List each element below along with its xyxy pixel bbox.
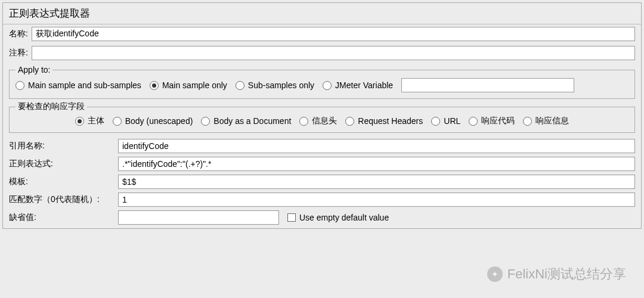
watermark: ✦ FelixNi测试总结分享 [487,265,626,283]
radio-icon [323,81,332,90]
default-row: Use empty default value [118,210,635,225]
use-empty-checkbox[interactable]: Use empty default value [287,213,389,222]
regex-extractor-panel: 正则表达式提取器 名称: 注释: Apply to: Main sample a… [2,2,642,229]
radio-icon [523,117,532,126]
apply-to-options: Main sample and sub-samples Main sample … [16,78,628,92]
radio-main-and-sub[interactable]: Main sample and sub-samples [16,80,141,90]
ref-name-label: 引用名称: [9,141,113,151]
radio-icon [16,81,24,90]
default-label: 缺省值: [9,212,113,223]
radio-icon [75,117,84,126]
radio-label: 响应代码 [481,116,515,126]
ref-name-input[interactable] [118,139,635,153]
name-row: 名称: [3,24,641,44]
wechat-icon: ✦ [487,266,503,282]
name-label: 名称: [9,29,28,39]
template-label: 模板: [9,176,113,187]
apply-to-legend: Apply to: [16,65,52,74]
name-input[interactable] [32,27,635,41]
radio-label: Sub-samples only [248,80,314,90]
radio-body-unescaped[interactable]: Body (unescaped) [113,116,193,126]
radio-label: Body (unescaped) [125,116,193,126]
radio-icon [431,117,440,126]
panel-title: 正则表达式提取器 [3,3,641,24]
radio-icon [345,117,354,126]
radio-response-message[interactable]: 响应信息 [523,116,569,126]
radio-jmeter-variable[interactable]: JMeter Variable [323,80,393,90]
params-grid: 引用名称: 正则表达式: 模板: 匹配数字（0代表随机）: 缺省值: Use e… [3,135,641,228]
radio-icon [201,117,210,126]
radio-url[interactable]: URL [431,116,460,126]
regex-label: 正则表达式: [9,159,113,169]
radio-label: URL [444,116,460,126]
radio-main-only[interactable]: Main sample only [150,80,227,90]
radio-label: 信息头 [312,116,337,126]
radio-icon [469,117,478,126]
template-input[interactable] [118,175,635,189]
comment-row: 注释: [3,44,641,63]
regex-input[interactable] [118,157,635,171]
radio-response-code[interactable]: 响应代码 [469,116,515,126]
jmeter-variable-input[interactable] [401,78,574,92]
radio-icon [113,117,122,126]
comment-input[interactable] [32,46,635,60]
watermark-text: FelixNi测试总结分享 [507,265,626,283]
radio-label: Request Headers [358,116,423,126]
checkbox-icon [287,213,296,222]
radio-sub-only[interactable]: Sub-samples only [236,80,314,90]
match-no-input[interactable] [118,193,635,207]
field-to-check-fieldset: 要检查的响应字段 主体 Body (unescaped) Body as a D… [9,101,635,133]
apply-to-fieldset: Apply to: Main sample and sub-samples Ma… [9,65,635,99]
field-to-check-options: 主体 Body (unescaped) Body as a Document 信… [16,116,628,126]
radio-label: JMeter Variable [335,80,393,90]
default-input[interactable] [118,210,279,225]
field-to-check-legend: 要检查的响应字段 [16,101,87,112]
radio-headers-cn[interactable]: 信息头 [299,116,337,126]
radio-icon [299,117,308,126]
match-no-label: 匹配数字（0代表随机）: [9,194,113,205]
radio-body-document[interactable]: Body as a Document [201,116,291,126]
checkbox-label: Use empty default value [299,213,389,222]
radio-request-headers[interactable]: Request Headers [345,116,423,126]
radio-label: Body as a Document [213,116,291,126]
comment-label: 注释: [9,48,28,58]
radio-label: Main sample only [162,80,227,90]
radio-icon [150,81,159,90]
radio-label: 主体 [88,116,104,126]
radio-body[interactable]: 主体 [75,116,104,126]
radio-icon [236,81,244,90]
radio-label: Main sample and sub-samples [28,80,141,90]
radio-label: 响应信息 [535,116,569,126]
